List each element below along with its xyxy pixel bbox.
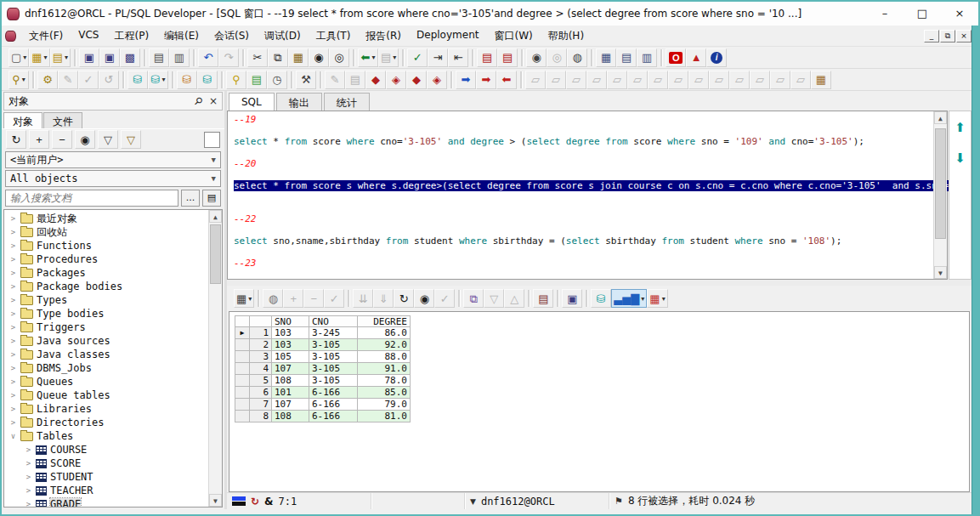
grid-options-button[interactable]: ▦▾ (234, 289, 254, 308)
chevron-right-icon[interactable]: > (25, 500, 32, 507)
data-cell[interactable]: 108 (272, 411, 309, 422)
chevron-right-icon[interactable]: > (9, 323, 17, 332)
row-selector-cell[interactable] (235, 363, 250, 375)
tree-scrollbar-thumb[interactable] (210, 224, 221, 284)
row-number-cell[interactable]: 4 (250, 363, 272, 375)
menu-item-r[interactable]: 报告(R) (358, 26, 409, 47)
data-cell[interactable]: 103 (272, 339, 309, 351)
search-options-button[interactable]: ▤ (202, 190, 221, 207)
info-button[interactable]: i (706, 48, 727, 67)
editor-scrollbar[interactable]: ▲ ▼ (933, 111, 947, 279)
explain-plan-button[interactable]: ◷ (267, 71, 287, 89)
data-cell[interactable]: 81.0 (358, 411, 411, 422)
copy-button[interactable]: ⧉ (268, 48, 288, 67)
next-statement-icon[interactable]: ⬇ (955, 150, 966, 166)
chevron-right-icon[interactable]: > (9, 391, 17, 400)
grid-options-dropdown-icon[interactable]: ▾ (248, 295, 252, 303)
row-number-cell[interactable]: 8 (250, 411, 272, 422)
editor-line[interactable]: select * from score s where s.degree>(se… (234, 180, 930, 191)
go-back-button[interactable]: ⬅▾ (358, 48, 378, 67)
chevron-right-icon[interactable]: > (9, 418, 17, 427)
tree-item-directories[interactable]: >Directories (4, 416, 207, 429)
editor-line[interactable]: --23 (234, 258, 930, 269)
object-color-box[interactable] (204, 132, 220, 148)
tree-item-package-bodies[interactable]: >Package bodies (4, 280, 207, 293)
auto-refresh-icon[interactable]: ↻ (251, 496, 259, 507)
database-stop-button[interactable]: ⛁ (197, 71, 218, 89)
oracle-home-button[interactable]: O (666, 48, 686, 67)
macro-record-button[interactable]: ◉ (526, 48, 547, 67)
menu-item-h[interactable]: 帮助(H) (541, 26, 592, 47)
menu-item-t[interactable]: 工具(T) (309, 26, 359, 47)
scroll-up-icon[interactable]: ▲ (209, 210, 222, 223)
debug-session-button[interactable]: ▦ (811, 71, 831, 89)
sidebar-tab-item[interactable]: 对象 (3, 112, 42, 128)
macro-run-button[interactable]: ◍ (567, 48, 587, 67)
row-selector-cell[interactable] (235, 375, 250, 387)
editor-line[interactable]: select sno,sname,sbirthday from student … (234, 235, 930, 247)
data-cell[interactable]: 85.0 (358, 387, 411, 399)
menu-item-e[interactable]: 编辑(E) (156, 26, 207, 47)
new-file-dropdown-icon[interactable]: ▾ (23, 54, 26, 61)
data-cell[interactable]: 78.0 (358, 375, 411, 387)
chevron-right-icon[interactable]: > (25, 473, 32, 481)
tree-item-type-bodies[interactable]: >Type bodies (4, 307, 207, 320)
maximize-button[interactable]: □ (904, 2, 941, 26)
data-cell[interactable]: 6-166 (309, 399, 358, 411)
row-number-cell[interactable]: 5 (250, 375, 272, 387)
row-selector-cell[interactable] (235, 339, 250, 351)
open-file-dropdown-icon[interactable]: ▾ (44, 54, 48, 61)
chevron-right-icon[interactable]: > (9, 214, 17, 223)
mdi-minimize-button[interactable]: _ (924, 30, 939, 43)
cut-button[interactable]: ✂ (247, 48, 268, 67)
refresh-objects-button[interactable]: ↻ (6, 130, 26, 149)
tree-item-queue-tables[interactable]: >Queue tables (4, 388, 207, 402)
print-setup-button[interactable]: ▥ (169, 48, 190, 67)
prev-marker-button[interactable]: ▤ (497, 48, 518, 67)
outdent-button[interactable]: ⇤ (448, 48, 468, 67)
data-cell[interactable]: 6-166 (309, 411, 358, 422)
scroll-down-icon[interactable]: ▼ (934, 266, 947, 279)
add-debug-info-button[interactable]: ◆ (365, 71, 386, 89)
breakpoint-list-button[interactable]: ◆ (406, 71, 427, 89)
data-cell[interactable]: 86.0 (358, 327, 411, 339)
tree-item-libraries[interactable]: >Libraries (4, 402, 207, 416)
data-cell[interactable]: 92.0 (358, 339, 411, 351)
menu-item-deployment[interactable]: Deployment (409, 26, 486, 47)
data-cell[interactable]: 103 (272, 327, 309, 339)
chevron-right-icon[interactable]: > (9, 282, 17, 291)
mdi-restore-button[interactable]: ⧉ (940, 30, 955, 43)
close-button[interactable]: × (941, 2, 978, 26)
menu-item-vcs[interactable]: VCS (71, 26, 106, 47)
chevron-right-icon[interactable]: > (9, 269, 17, 277)
tree-item-tables[interactable]: ∨Tables (4, 429, 207, 443)
execute-button[interactable]: ⚙ (37, 71, 58, 89)
chevron-right-icon[interactable]: > (25, 486, 32, 495)
editor-line[interactable] (234, 247, 930, 258)
refresh-query-button[interactable]: ↻ (394, 289, 414, 308)
cascade-windows-button[interactable]: ▦ (596, 48, 616, 67)
syntax-check-button[interactable]: ✓ (407, 48, 428, 67)
paste-button[interactable]: ▦ (288, 48, 309, 67)
menu-item-p[interactable]: 工程(P) (106, 26, 156, 47)
chevron-down-icon[interactable]: ∨ (9, 432, 17, 440)
tree-item-queues[interactable]: >Queues (4, 375, 207, 388)
chevron-right-icon[interactable]: > (9, 405, 17, 413)
editor-line[interactable] (234, 224, 930, 235)
data-cell[interactable]: 108 (272, 375, 309, 387)
tree-item-functions[interactable]: >Functions (4, 239, 207, 252)
new-file-button[interactable]: ▢▾ (8, 48, 29, 67)
chevron-right-icon[interactable]: > (9, 377, 17, 386)
tree-item-dbms-jobs[interactable]: >DBMS_Jobs (4, 361, 207, 375)
editor-tab-item[interactable]: 输出 (276, 93, 322, 111)
find-data-button[interactable]: ◉ (414, 289, 434, 308)
minimize-button[interactable]: – (866, 2, 904, 26)
scroll-down-icon[interactable]: ▼ (209, 494, 222, 507)
chevron-right-icon[interactable]: > (25, 445, 32, 454)
copy-to-export-button[interactable]: ⧉ (463, 289, 484, 308)
tree-item-packages[interactable]: >Packages (4, 266, 207, 280)
tree-item-procedures[interactable]: >Procedures (4, 252, 207, 266)
editor-line[interactable]: --22 (234, 213, 930, 224)
find-object-button[interactable]: ◉ (75, 130, 95, 149)
row-number-cell[interactable]: 1 (250, 327, 272, 339)
